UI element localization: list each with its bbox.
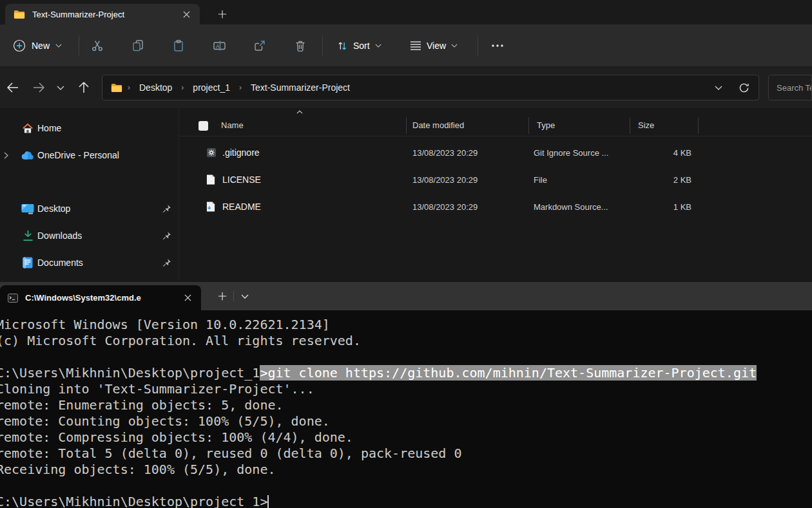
breadcrumb-separator-icon: › bbox=[238, 83, 242, 92]
view-list-icon bbox=[410, 41, 421, 51]
explorer-toolbar: New A bbox=[0, 24, 812, 67]
table-row[interactable]: .gitignore 13/08/2023 20:29 Git Ignore S… bbox=[179, 139, 812, 166]
terminal-line: Microsoft Windows [Version 10.0.22621.21… bbox=[0, 317, 812, 333]
sidebar-item-label: Desktop bbox=[37, 203, 70, 214]
terminal-profile-dropdown-button[interactable] bbox=[236, 287, 254, 305]
table-row[interactable]: README 13/08/2023 20:29 Markdown Source.… bbox=[179, 193, 812, 220]
file-size: 4 KB bbox=[630, 148, 691, 158]
scissors-icon bbox=[91, 39, 104, 52]
breadcrumb-desktop[interactable]: Desktop bbox=[135, 80, 176, 95]
terminal-prompt-line: C:\Users\Mikhnin\Desktop\project_1> bbox=[0, 494, 812, 508]
more-options-button[interactable] bbox=[485, 33, 510, 59]
terminal-output: Microsoft Windows [Version 10.0.22621.21… bbox=[0, 310, 812, 508]
sidebar-item-documents[interactable]: Documents bbox=[3, 252, 175, 274]
paste-button[interactable] bbox=[166, 33, 191, 59]
sidebar-item-label: OneDrive - Personal bbox=[37, 150, 119, 160]
terminal-prompt: C:\Users\Mikhnin\Desktop\project_1> bbox=[0, 494, 267, 508]
home-icon bbox=[21, 123, 35, 134]
column-header-name[interactable]: Name bbox=[221, 120, 244, 130]
breadcrumb-text-summarizer-project[interactable]: Text-Summarizer-Project bbox=[247, 80, 354, 95]
column-divider[interactable] bbox=[528, 117, 529, 134]
address-dropdown-button[interactable] bbox=[709, 78, 728, 97]
delete-button[interactable] bbox=[287, 33, 313, 59]
gitignore-file-icon bbox=[206, 147, 217, 158]
pin-icon[interactable] bbox=[161, 204, 173, 213]
explorer-address-row: › Desktop › project_1 › Text-Summarizer-… bbox=[0, 67, 812, 108]
terminal-line-blank bbox=[0, 478, 812, 494]
terminal-line: Cloning into 'Text-Summarizer-Project'..… bbox=[0, 381, 812, 397]
cmd-icon bbox=[8, 294, 18, 303]
column-header-date[interactable]: Date modified bbox=[412, 120, 464, 130]
new-plus-icon bbox=[13, 39, 26, 52]
terminal-tab-bar: C:\Windows\System32\cmd.e bbox=[0, 282, 812, 310]
sort-icon bbox=[336, 40, 348, 52]
table-row[interactable]: LICENSE 13/08/2023 20:29 File 2 KB bbox=[179, 166, 812, 193]
cut-button[interactable] bbox=[84, 33, 110, 59]
view-button[interactable]: View bbox=[406, 33, 461, 59]
column-divider[interactable] bbox=[406, 117, 407, 134]
back-button[interactable] bbox=[1, 76, 24, 99]
copy-button[interactable] bbox=[125, 33, 151, 59]
column-divider[interactable] bbox=[630, 117, 630, 134]
desktop-icon bbox=[21, 203, 35, 214]
terminal-line: remote: Compressing objects: 100% (4/4),… bbox=[0, 429, 812, 446]
chevron-down-icon bbox=[451, 44, 458, 48]
sidebar-item-onedrive[interactable]: OneDrive - Personal bbox=[3, 144, 175, 166]
terminal-line: Receiving objects: 100% (5/5), done. bbox=[0, 462, 812, 478]
share-button[interactable] bbox=[247, 33, 273, 59]
terminal-line: remote: Total 5 (delta 0), reused 0 (del… bbox=[0, 446, 812, 462]
navigation-pane: Home OneDrive - Personal Desktop bbox=[0, 108, 179, 282]
explorer-body: Home OneDrive - Personal Desktop bbox=[0, 108, 812, 282]
chevron-down-icon bbox=[375, 44, 382, 48]
rename-button[interactable]: A bbox=[206, 33, 232, 59]
close-tab-icon[interactable] bbox=[178, 6, 195, 23]
column-headers: Name Date modified Type Size bbox=[179, 116, 812, 136]
terminal-prompt: C:\Users\Mikhnin\Desktop\project_1 bbox=[0, 365, 260, 381]
new-button[interactable]: New bbox=[9, 33, 66, 59]
ellipsis-icon bbox=[492, 44, 503, 47]
terminal-bar-divider bbox=[233, 291, 234, 301]
file-date-modified: 13/08/2023 20:29 bbox=[412, 175, 478, 185]
sidebar-item-downloads[interactable]: Downloads bbox=[3, 225, 175, 247]
column-header-type[interactable]: Type bbox=[537, 120, 555, 130]
new-terminal-tab-button[interactable] bbox=[213, 287, 232, 305]
column-divider[interactable] bbox=[698, 117, 699, 134]
trash-icon bbox=[294, 39, 307, 52]
forward-button[interactable] bbox=[27, 76, 50, 99]
sidebar-item-label: Home bbox=[37, 123, 61, 133]
terminal-tab-title: C:\Windows\System32\cmd.e bbox=[25, 293, 172, 303]
sidebar-item-desktop[interactable]: Desktop bbox=[3, 198, 175, 220]
file-type: Markdown Source... bbox=[534, 202, 608, 212]
copy-icon bbox=[131, 39, 144, 52]
sidebar-item-home[interactable]: Home bbox=[3, 117, 175, 139]
select-all-checkbox[interactable] bbox=[198, 121, 208, 131]
new-tab-button[interactable] bbox=[213, 5, 232, 23]
folder-icon bbox=[111, 83, 122, 93]
terminal-tab[interactable]: C:\Windows\System32\cmd.e bbox=[0, 285, 201, 310]
terminal-line: remote: Counting objects: 100% (5/5), do… bbox=[0, 413, 812, 429]
file-name: .gitignore bbox=[222, 147, 260, 158]
sort-button[interactable]: Sort bbox=[333, 33, 385, 59]
expand-chevron-icon[interactable] bbox=[4, 152, 13, 159]
close-terminal-tab-icon[interactable] bbox=[179, 290, 196, 306]
pin-icon[interactable] bbox=[161, 231, 173, 240]
up-button[interactable] bbox=[72, 76, 95, 99]
documents-icon bbox=[21, 257, 35, 268]
explorer-tab[interactable]: Text-Summarizer-Project bbox=[5, 4, 200, 24]
pin-icon[interactable] bbox=[161, 258, 173, 267]
explorer-tab-bar: Text-Summarizer-Project bbox=[0, 0, 812, 24]
column-header-size[interactable]: Size bbox=[638, 120, 654, 130]
search-input[interactable]: Search Te bbox=[768, 75, 812, 100]
explorer-tab-title: Text-Summarizer-Project bbox=[32, 10, 171, 19]
breadcrumb-project-1[interactable]: project_1 bbox=[189, 80, 234, 95]
terminal-selected-command: >git clone https://github.com/mihnin/Tex… bbox=[260, 365, 757, 381]
toolbar-divider bbox=[79, 35, 79, 56]
file-name: README bbox=[222, 202, 261, 212]
file-list: Name Date modified Type Size bbox=[179, 108, 812, 282]
address-bar[interactable]: › Desktop › project_1 › Text-Summarizer-… bbox=[102, 75, 759, 100]
file-size: 1 KB bbox=[630, 202, 691, 212]
recent-locations-button[interactable] bbox=[49, 76, 72, 99]
refresh-button[interactable] bbox=[733, 78, 755, 97]
file-rows: .gitignore 13/08/2023 20:29 Git Ignore S… bbox=[179, 139, 812, 220]
terminal-line-blank bbox=[0, 349, 812, 365]
